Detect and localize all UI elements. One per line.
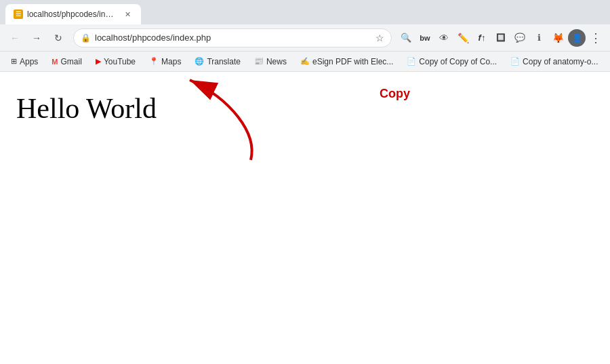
- browser-body: Hello World Copy: [0, 72, 610, 364]
- bookmark-news-label: News: [266, 57, 287, 66]
- youtube-icon: ▶: [96, 57, 101, 66]
- profile-icon: 👤: [572, 33, 582, 43]
- tab-favicon: ☰: [14, 9, 23, 19]
- extensions-button[interactable]: bw: [416, 29, 434, 47]
- bookmark-maps[interactable]: 📍 Maps: [144, 55, 186, 68]
- bookmark-apps[interactable]: ⊞ Apps: [5, 55, 43, 68]
- forward-icon: →: [32, 33, 41, 43]
- back-button[interactable]: ←: [5, 28, 24, 47]
- bookmark-copy2[interactable]: 📄 Copy of anatomy-o...: [505, 55, 603, 68]
- extension-icon-4[interactable]: f↑: [473, 29, 491, 47]
- bookmark-gmail[interactable]: M Gmail: [46, 55, 87, 68]
- bookmark-esign-label: eSign PDF with Elec...: [312, 57, 393, 66]
- bookmark-star-icon[interactable]: ☆: [375, 33, 384, 43]
- news-icon: 📰: [254, 57, 264, 66]
- page-heading: Hello World: [16, 92, 594, 125]
- extension-icons-area: 🔍 bw 👁 ✏️ f↑ 🔲 💬 ℹ 🦊 👤 ⋮: [397, 29, 605, 47]
- bookmark-esign[interactable]: ✍ eSign PDF with Elec...: [295, 55, 399, 68]
- page-content: Hello World: [0, 72, 610, 364]
- tab-bar: ☰ localhost/phpcodes/index.php ✕: [0, 0, 610, 24]
- bookmark-youtube[interactable]: ▶ YouTube: [90, 55, 141, 68]
- reading-list-button[interactable]: 📖 Reading list: [606, 50, 610, 73]
- apps-grid-icon: ⊞: [11, 57, 17, 66]
- bookmark-gmail-label: Gmail: [61, 57, 82, 66]
- esign-icon: ✍: [300, 57, 310, 66]
- address-bar[interactable]: 🔒 localhost/phpcodes/index.php ☆: [73, 28, 392, 47]
- bookmark-news[interactable]: 📰 News: [249, 55, 292, 68]
- bookmark-copy1[interactable]: 📄 Copy of Copy of Co...: [401, 55, 502, 68]
- more-menu-button[interactable]: ⋮: [587, 29, 605, 47]
- extension-icon-2[interactable]: 👁: [435, 29, 453, 47]
- reload-button[interactable]: ↻: [49, 28, 68, 47]
- gmail-icon: M: [52, 58, 58, 66]
- active-tab[interactable]: ☰ localhost/phpcodes/index.php ✕: [5, 4, 141, 24]
- extension-icon-5[interactable]: 🔲: [492, 29, 510, 47]
- bookmark-maps-label: Maps: [161, 57, 181, 66]
- profile-button[interactable]: 👤: [568, 29, 586, 47]
- copy1-icon: 📄: [407, 57, 416, 66]
- extension-icon-6[interactable]: 💬: [511, 29, 529, 47]
- bookmark-apps-label: Apps: [20, 57, 38, 66]
- lock-icon: 🔒: [81, 33, 91, 43]
- extension-icon-8[interactable]: 🦊: [549, 29, 567, 47]
- browser-window: ☰ localhost/phpcodes/index.php ✕ ← → ↻ 🔒…: [0, 0, 610, 364]
- translate-icon: 🌐: [195, 57, 204, 66]
- tab-close-button[interactable]: ✕: [122, 9, 133, 20]
- reload-icon: ↻: [54, 33, 62, 43]
- tab-title: localhost/phpcodes/index.php: [27, 9, 118, 19]
- bookmark-copy1-label: Copy of Copy of Co...: [419, 57, 497, 66]
- bookmark-translate-label: Translate: [207, 57, 241, 66]
- maps-icon: 📍: [149, 57, 159, 66]
- forward-button[interactable]: →: [27, 28, 46, 47]
- url-text: localhost/phpcodes/index.php: [95, 33, 371, 43]
- bookmark-translate[interactable]: 🌐 Translate: [189, 55, 246, 68]
- search-icon-button[interactable]: 🔍: [397, 29, 415, 47]
- back-icon: ←: [10, 33, 20, 43]
- bookmark-copy2-label: Copy of anatomy-o...: [523, 57, 598, 66]
- toolbar: ← → ↻ 🔒 localhost/phpcodes/index.php ☆ 🔍…: [0, 24, 610, 52]
- extension-icon-3[interactable]: ✏️: [454, 29, 472, 47]
- bookmark-youtube-label: YouTube: [104, 57, 136, 66]
- copy2-icon: 📄: [510, 57, 520, 66]
- bookmarks-bar: ⊞ Apps M Gmail ▶ YouTube 📍 Maps 🌐 Transl…: [0, 52, 610, 72]
- extension-icon-7[interactable]: ℹ: [530, 29, 548, 47]
